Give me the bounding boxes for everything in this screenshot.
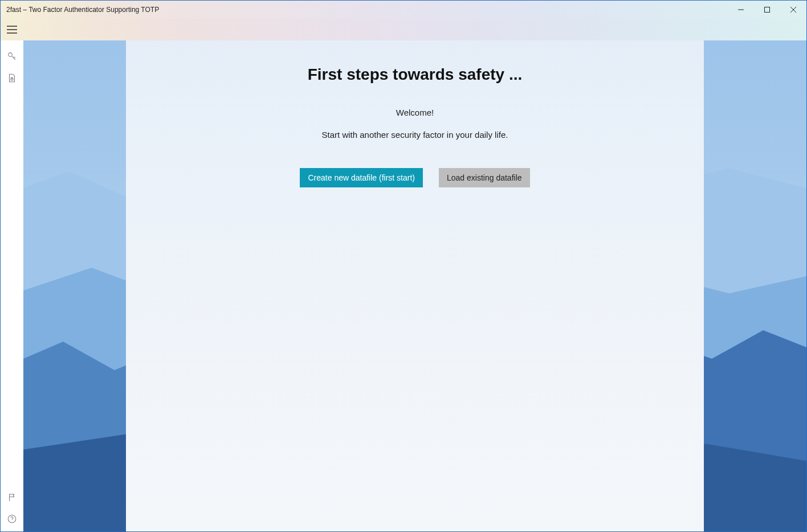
svg-point-14 xyxy=(12,521,13,521)
create-datafile-button[interactable]: Create new datafile (first start) xyxy=(300,168,423,187)
minimize-icon xyxy=(738,7,744,13)
key-icon xyxy=(7,51,17,62)
command-bar xyxy=(1,19,806,40)
left-rail xyxy=(1,40,23,531)
svg-line-10 xyxy=(13,56,14,58)
svg-rect-1 xyxy=(765,7,770,13)
close-icon xyxy=(790,7,796,13)
svg-line-9 xyxy=(14,58,15,59)
window-title: 2fast – Two Factor Authenticator Support… xyxy=(6,6,159,14)
titlebar: 2fast – Two Factor Authenticator Support… xyxy=(1,1,806,19)
maximize-button[interactable] xyxy=(754,1,780,19)
welcome-card: First steps towards safety ... Welcome! … xyxy=(126,40,704,531)
hamburger-icon xyxy=(7,26,17,34)
sidebar-item-feedback[interactable] xyxy=(6,492,18,503)
page-heading: First steps towards safety ... xyxy=(308,66,523,84)
window-controls xyxy=(728,1,806,19)
close-button[interactable] xyxy=(780,1,806,19)
button-row: Create new datafile (first start) Load e… xyxy=(300,168,529,187)
minimize-button[interactable] xyxy=(728,1,754,19)
sidebar-item-accounts[interactable] xyxy=(6,51,18,62)
hamburger-button[interactable] xyxy=(5,23,19,36)
sidebar-item-help[interactable] xyxy=(6,513,18,525)
app-body: First steps towards safety ... Welcome! … xyxy=(1,40,806,531)
help-icon xyxy=(7,514,17,524)
tagline-text: Start with another security factor in yo… xyxy=(322,130,508,140)
welcome-text: Welcome! xyxy=(396,108,434,117)
load-datafile-button[interactable]: Load existing datafile xyxy=(439,168,530,187)
sidebar-item-datafile[interactable] xyxy=(6,72,18,84)
flag-icon xyxy=(7,492,17,502)
svg-rect-11 xyxy=(11,79,13,80)
file-lock-icon xyxy=(7,73,17,83)
maximize-icon xyxy=(764,7,770,13)
stage: First steps towards safety ... Welcome! … xyxy=(23,40,806,531)
